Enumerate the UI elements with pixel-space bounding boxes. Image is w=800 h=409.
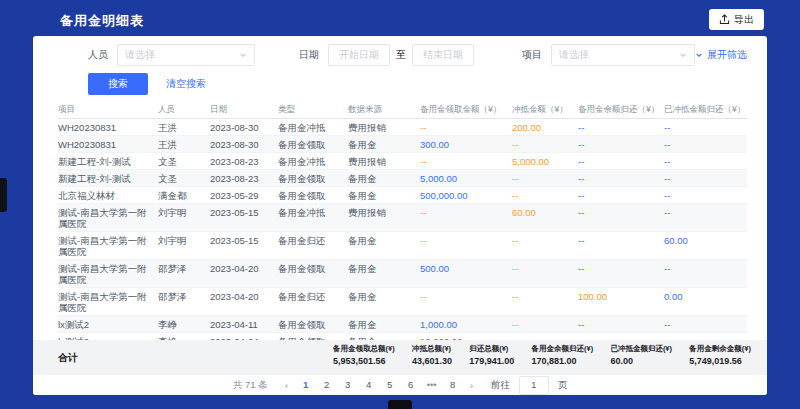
amount-cell: --: [512, 288, 578, 316]
expand-filter-link[interactable]: 展开筛选: [695, 48, 747, 62]
clear-search-button[interactable]: 清空搜索: [160, 77, 212, 91]
person-select[interactable]: 请选择: [117, 44, 255, 66]
table-row[interactable]: 新建工程-刘-测试文圣2023-08-23备用金冲抵费用报销--5,000.00…: [58, 153, 747, 170]
page-button[interactable]: 5: [382, 377, 398, 393]
table-cell: 备用金领取: [278, 260, 348, 288]
action-bar: 搜索 清空搜索: [88, 73, 767, 95]
amount-cell: 60.00: [664, 232, 747, 260]
table-row[interactable]: WH20230831王洪2023-08-30备用金领取备用金300.00----…: [58, 136, 747, 153]
amount-cell: --: [578, 260, 664, 288]
table-cell: 北京福义林材: [58, 187, 158, 204]
amount-cell: --: [578, 204, 664, 232]
amount-cell: --: [578, 232, 664, 260]
amount-cell: --: [512, 316, 578, 333]
date-start-input[interactable]: 开始日期: [328, 44, 390, 66]
next-page-button[interactable]: ›: [466, 380, 478, 391]
column-header: 日期: [210, 101, 278, 119]
summary-stat: 已冲抵金额归还(¥)60.00: [610, 344, 672, 366]
table-cell: 2023-04-20: [210, 260, 278, 288]
amount-cell: --: [664, 260, 747, 288]
summary-stat: 归还总额(¥)179,941.00: [469, 344, 514, 366]
goto-label: 前往: [491, 379, 510, 392]
chevron-down-icon: [679, 51, 687, 59]
table-cell: 2023-04-11: [210, 316, 278, 333]
table-cell: 新建工程-刘-测试: [58, 170, 158, 187]
table-cell: 王洪: [158, 119, 210, 136]
table-cell: 备用金: [348, 170, 420, 187]
project-select[interactable]: 请选择: [551, 44, 695, 66]
expand-filter-label: 展开筛选: [707, 48, 747, 62]
summary-stat-label: 已冲抵金额归还(¥): [610, 344, 672, 354]
table-header-row: 项目人员日期类型数据来源备用金领取金额（¥）冲抵金额（¥）备用金余额归还（¥）已…: [58, 101, 747, 119]
table-cell: WH20230831: [58, 136, 158, 153]
amount-cell: 300.00: [420, 136, 512, 153]
amount-cell: --: [664, 136, 747, 153]
page-ellipsis: •••: [424, 377, 440, 393]
amount-cell: 5,000.00: [420, 170, 512, 187]
table-row[interactable]: lx测试2李峥2023-04-11备用金领取备用金1,000.00------: [58, 316, 747, 333]
table-cell: 2023-08-30: [210, 119, 278, 136]
project-filter-label: 项目: [522, 48, 542, 62]
page-button[interactable]: 4: [361, 377, 377, 393]
table-cell: 费用报销: [348, 204, 420, 232]
table-cell: 备用金领取: [278, 170, 348, 187]
pagination: 共 71 条 ‹ 123456•••8 › 前往 页: [33, 375, 767, 395]
table-row[interactable]: 测试-南昌大学第一附属医院邵梦泽2023-04-20备用金领取备用金500.00…: [58, 260, 747, 288]
table-cell: 备用金归还: [278, 288, 348, 316]
goto-page-input[interactable]: [519, 376, 549, 395]
page-button[interactable]: 8: [445, 377, 461, 393]
chevron-down-icon: [239, 51, 247, 59]
table-cell: 费用报销: [348, 153, 420, 170]
data-table: 项目人员日期类型数据来源备用金领取金额（¥）冲抵金额（¥）备用金余额归还（¥）已…: [58, 101, 747, 367]
summary-label: 合计: [58, 351, 78, 365]
table-row[interactable]: 测试-南昌大学第一附属医院邵梦泽2023-04-20备用金归还备用金----10…: [58, 288, 747, 316]
filter-bar: 人员 请选择 日期 开始日期 至 结束日期 项目 请选: [88, 44, 747, 66]
page-button[interactable]: 6: [403, 377, 419, 393]
amount-cell: --: [512, 136, 578, 153]
summary-stat-label: 归还总额(¥): [469, 344, 514, 354]
amount-cell: 500,000.00: [420, 187, 512, 204]
prev-page-button[interactable]: ‹: [281, 380, 293, 391]
table-cell: 邵梦泽: [158, 260, 210, 288]
table-cell: 备用金冲抵: [278, 153, 348, 170]
project-select-placeholder: 请选择: [559, 48, 589, 62]
amount-cell: 5,000.00: [512, 153, 578, 170]
table-row[interactable]: WH20230831王洪2023-08-30备用金冲抵费用报销--200.00-…: [58, 119, 747, 136]
column-header: 冲抵金额（¥）: [512, 101, 578, 119]
amount-cell: --: [664, 119, 747, 136]
summary-stat: 冲抵总额(¥)43,601.30: [412, 344, 452, 366]
export-button[interactable]: 导出: [709, 9, 764, 30]
table-cell: 文圣: [158, 153, 210, 170]
date-end-input[interactable]: 结束日期: [412, 44, 474, 66]
amount-cell: --: [512, 232, 578, 260]
table-cell: 备用金冲抵: [278, 204, 348, 232]
export-icon: [719, 14, 730, 25]
search-button[interactable]: 搜索: [88, 73, 148, 95]
summary-stat-label: 备用金余额归还(¥): [531, 344, 593, 354]
column-header: 人员: [158, 101, 210, 119]
page-button[interactable]: 2: [319, 377, 335, 393]
table-row[interactable]: 新建工程-刘-测试文圣2023-08-23备用金领取备用金5,000.00---…: [58, 170, 747, 187]
table-cell: 文圣: [158, 170, 210, 187]
table-cell: 满金都: [158, 187, 210, 204]
column-header: 备用金余额归还（¥）: [578, 101, 664, 119]
amount-cell: --: [420, 232, 512, 260]
table-cell: 测试-南昌大学第一附属医院: [58, 288, 158, 316]
table-row[interactable]: 测试-南昌大学第一附属医院刘宇明2023-05-15备用金冲抵费用报销--60.…: [58, 204, 747, 232]
page-button[interactable]: 1: [298, 377, 314, 393]
table-cell: 备用金: [348, 187, 420, 204]
left-drawer-handle[interactable]: [0, 178, 7, 212]
table-cell: 2023-08-30: [210, 136, 278, 153]
summary-stat: 备用金余额归还(¥)170,881.00: [531, 344, 593, 366]
page-button[interactable]: 3: [340, 377, 356, 393]
table-cell: 备用金: [348, 260, 420, 288]
table-cell: 新建工程-刘-测试: [58, 153, 158, 170]
table-cell: WH20230831: [58, 119, 158, 136]
summary-stat-value: 43,601.30: [412, 356, 452, 366]
table-row[interactable]: 北京福义林材满金都2023-05-29备用金领取备用金500,000.00---…: [58, 187, 747, 204]
table-cell: 测试-南昌大学第一附属医院: [58, 260, 158, 288]
amount-cell: --: [420, 153, 512, 170]
table-cell: 2023-05-29: [210, 187, 278, 204]
table-row[interactable]: 测试-南昌大学第一附属医院刘宇明2023-05-15备用金归还备用金------…: [58, 232, 747, 260]
table-cell: 费用报销: [348, 119, 420, 136]
